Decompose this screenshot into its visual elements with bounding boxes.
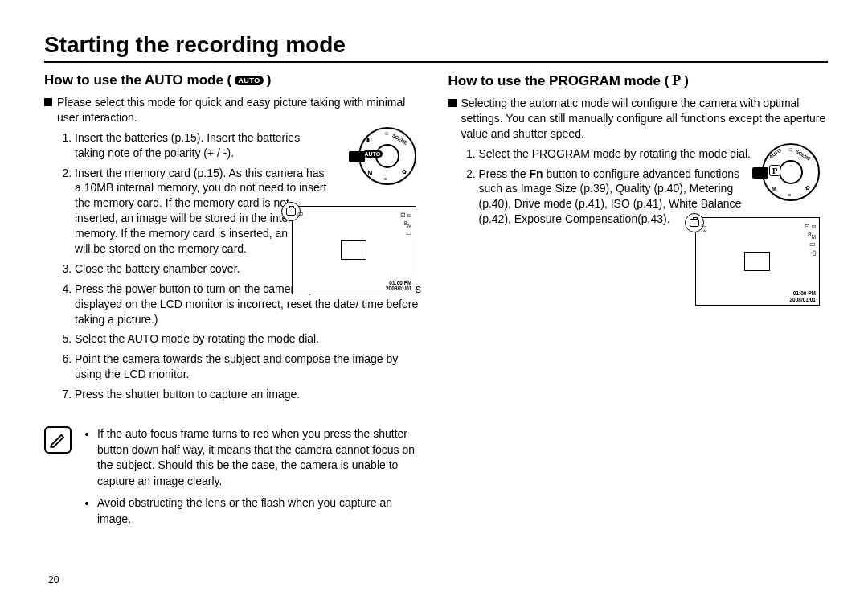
lcd-date-auto: 2008/01/01: [386, 286, 412, 291]
page-number: 20: [48, 574, 59, 586]
auto-step-7: Press the shutter button to capture an i…: [75, 388, 300, 401]
mode-dial-figure-program: P ☺ SCENE ✿ ≡ M AUTO: [762, 143, 820, 201]
program-intro-text: Selecting the automatic mode will config…: [461, 96, 829, 142]
content-columns: How to use the AUTO mode ( AUTO ) Please…: [44, 72, 828, 534]
focus-frame-icon: [744, 252, 770, 271]
program-heading-prefix: How to use the PROGRAM mode (: [448, 73, 669, 89]
lcd-preview-auto: ▭ ⊡ ⧈8M▭ 01:00 PM 2008/01/01: [292, 206, 416, 294]
auto-heading-suffix: ): [267, 72, 272, 88]
auto-steps-block: AUTO ☺ SCENE ✿ ≡ M ◧ ▭ ⊡ ⧈8M▭ 01:00 PM: [44, 130, 424, 402]
note-pencil-icon: [44, 426, 72, 454]
focus-frame-icon: [341, 240, 366, 260]
bullet-square-icon: [448, 99, 457, 107]
auto-badge-icon: AUTO: [235, 76, 263, 85]
note-list: If the auto focus frame turns to red whe…: [83, 426, 424, 534]
auto-step-5: Select the AUTO mode by rotating the mod…: [75, 332, 319, 345]
program-steps-block: P ☺ SCENE ✿ ≡ M AUTO ▭⁴ᴬ ⊡ ⧈8M▭▯ 01:00 P…: [448, 146, 829, 227]
lcd-time-auto: 01:00 PM: [386, 280, 412, 286]
mode-dial-figure-auto: AUTO ☺ SCENE ✿ ≡ M ◧: [358, 127, 416, 185]
lcd-preview-program: ▭⁴ᴬ ⊡ ⧈8M▭▯ 01:00 PM 2008/01/01: [695, 217, 820, 306]
auto-intro: Please select this mode for quick and ea…: [44, 95, 424, 125]
lcd-date-program: 2008/01/01: [789, 297, 816, 302]
auto-intro-text: Please select this mode for quick and ea…: [57, 95, 424, 125]
dial-auto-label: AUTO: [362, 150, 383, 158]
program-heading: How to use the PROGRAM mode ( P ): [448, 72, 829, 89]
auto-heading-prefix: How to use the AUTO mode (: [44, 72, 231, 88]
auto-step-3: Close the battery chamber cover.: [75, 262, 240, 275]
dial-p-label: P: [769, 165, 780, 176]
auto-step-1: Insert the batteries (p.15). Insert the …: [75, 131, 300, 159]
page-title: Starting the recording mode: [44, 32, 828, 63]
lcd-time-program: 01:00 PM: [789, 290, 816, 296]
auto-heading: How to use the AUTO mode ( AUTO ): [44, 72, 424, 88]
program-heading-suffix: ): [684, 73, 689, 89]
auto-step-6: Point the camera towards the subject and…: [75, 352, 398, 380]
program-intro: Selecting the automatic mode will config…: [448, 96, 829, 142]
bullet-square-icon: [44, 98, 52, 106]
note-1: If the auto focus frame turns to red whe…: [97, 427, 415, 487]
program-badge-icon: P: [672, 72, 681, 89]
auto-mode-section: How to use the AUTO mode ( AUTO ) Please…: [44, 72, 424, 534]
program-step-1: Select the PROGRAM mode by rotating the …: [479, 147, 751, 160]
note-box: If the auto focus frame turns to red whe…: [44, 426, 424, 534]
program-mode-section: How to use the PROGRAM mode ( P ) Select…: [448, 72, 829, 534]
note-2: Avoid obstructing the lens or the flash …: [97, 496, 392, 525]
